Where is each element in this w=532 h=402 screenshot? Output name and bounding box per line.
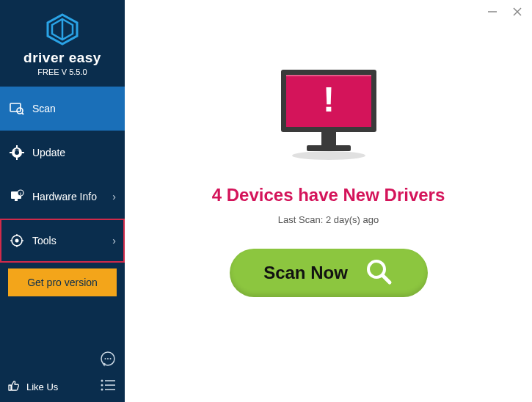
- menu-icon[interactable]: [98, 376, 117, 395]
- sidebar-footer: Like Us: [0, 372, 125, 402]
- nav-list: Scan Update i: [0, 87, 125, 263]
- scan-now-label: Scan Now: [263, 263, 348, 283]
- sidebar-item-hardware-info[interactable]: i Hardware Info ›: [0, 175, 125, 219]
- svg-rect-37: [286, 75, 371, 76]
- like-us-button[interactable]: Like Us: [7, 379, 58, 395]
- sidebar-item-label: Hardware Info: [32, 191, 112, 202]
- svg-point-21: [15, 239, 19, 243]
- svg-point-41: [292, 151, 365, 160]
- svg-point-23: [105, 358, 106, 359]
- sidebar-item-scan[interactable]: Scan: [0, 87, 125, 131]
- scan-icon: [9, 100, 25, 117]
- headline-text: 4 Devices have New Drivers: [212, 185, 445, 205]
- svg-rect-13: [15, 199, 18, 201]
- brand-name: driver easy: [0, 50, 125, 66]
- sidebar-item-label: Tools: [32, 235, 112, 246]
- svg-rect-7: [16, 157, 18, 160]
- sidebar-item-label: Update: [32, 147, 116, 158]
- brand-version: FREE V 5.5.0: [0, 67, 125, 76]
- chevron-right-icon: ›: [112, 191, 116, 202]
- sidebar-item-update[interactable]: Update: [0, 131, 125, 175]
- tools-icon: [9, 233, 25, 249]
- sidebar: driver easy FREE V 5.5.0 Scan: [0, 0, 125, 402]
- sidebar-item-tools[interactable]: Tools ›: [0, 219, 125, 263]
- logo-area: driver easy FREE V 5.5.0: [0, 0, 125, 87]
- feedback-icon[interactable]: [98, 349, 117, 368]
- svg-line-4: [22, 113, 23, 114]
- svg-rect-6: [16, 145, 18, 148]
- svg-point-28: [101, 384, 103, 387]
- svg-text:!: !: [323, 80, 335, 119]
- svg-point-30: [101, 389, 103, 391]
- minimize-button[interactable]: [487, 6, 498, 18]
- monitor-illustration: !: [274, 66, 384, 164]
- chevron-right-icon: ›: [112, 235, 116, 246]
- svg-point-26: [101, 380, 103, 382]
- sidebar-item-label: Scan: [32, 103, 116, 114]
- svg-point-24: [107, 358, 109, 359]
- last-scan-text: Last Scan: 2 day(s) ago: [278, 214, 379, 225]
- hardware-info-icon: i: [9, 189, 25, 205]
- svg-line-43: [382, 275, 390, 282]
- get-pro-button[interactable]: Get pro version: [8, 268, 117, 296]
- search-icon: [364, 257, 393, 289]
- svg-rect-39: [321, 132, 336, 145]
- get-pro-label: Get pro version: [27, 277, 98, 288]
- svg-point-3: [17, 108, 23, 114]
- svg-rect-9: [21, 152, 24, 153]
- gear-icon: [9, 145, 25, 161]
- main-area: ! 4 Devices have New Drivers Last Scan: …: [125, 0, 532, 402]
- thumbs-up-icon: [7, 379, 21, 395]
- window-controls: [487, 6, 523, 18]
- svg-point-25: [110, 358, 112, 359]
- svg-rect-40: [307, 145, 351, 151]
- svg-rect-8: [10, 152, 12, 153]
- brand-logo-icon: [45, 13, 80, 45]
- content-center: ! 4 Devices have New Drivers Last Scan: …: [125, 0, 532, 297]
- scan-now-button[interactable]: Scan Now: [230, 249, 428, 297]
- close-button[interactable]: [511, 6, 523, 18]
- like-us-label: Like Us: [26, 381, 58, 392]
